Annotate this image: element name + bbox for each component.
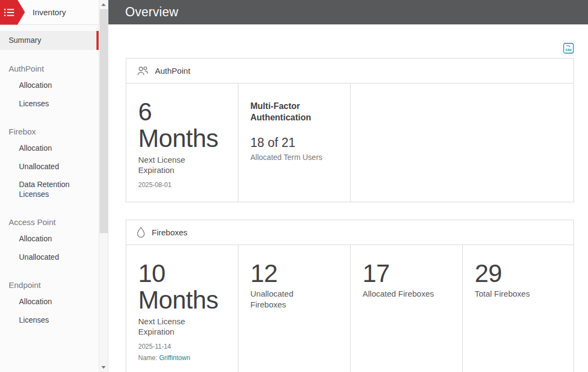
app-window: Inventory Summary AuthPoint Allocation L… — [0, 0, 588, 372]
sidebar-section-authpoint[interactable]: AuthPoint — [9, 64, 99, 73]
firebox-stat-unallocated: 12 Unallocated Fireboxes — [238, 245, 351, 372]
page-title: Overview — [125, 5, 178, 20]
firebox-stat-total: 29 Total Fireboxes — [463, 245, 573, 372]
sidebar-section-firebox[interactable]: Firebox — [9, 127, 99, 136]
mfa-allocation-count: 18 of 21 — [250, 136, 339, 150]
authpoint-empty-cell — [351, 84, 573, 202]
fireboxes-card-body: 10 Months Next License Expiration 2025-1… — [126, 245, 573, 372]
csv-export-icon: csv — [563, 43, 574, 54]
sidebar-item-endpoint-licenses[interactable]: Licenses — [0, 311, 99, 330]
stat-label: Allocated Fireboxes — [363, 288, 440, 299]
arrow-down-icon — [101, 366, 106, 369]
firebox-name-label: Name: — [138, 354, 157, 362]
inventory-menu-button[interactable] — [0, 0, 25, 25]
sidebar-item-accesspoint-unallocated[interactable]: Unallocated — [0, 248, 99, 267]
sidebar-title: Inventory — [33, 8, 66, 17]
card-title: Fireboxes — [152, 228, 188, 237]
sidebar-header: Inventory — [0, 0, 99, 25]
stat-value: 29 — [475, 260, 563, 286]
sidebar-section-endpoint[interactable]: Endpoint — [9, 280, 99, 290]
card-title: AuthPoint — [155, 66, 190, 75]
export-csv-button[interactable]: csv — [563, 43, 574, 55]
license-expiration-value: 10 Months — [138, 260, 227, 313]
license-expiration-caption: Next License Expiration — [138, 155, 204, 176]
sidebar-item-firebox-allocation[interactable]: Allocation — [0, 139, 99, 158]
license-expiration-value: 6 Months — [138, 99, 227, 152]
firebox-name-row: Name: Griffintown — [138, 354, 227, 362]
stat-label: Unallocated Fireboxes — [250, 288, 327, 310]
stat-value: 17 — [363, 260, 451, 286]
firebox-name-link[interactable]: Griffintown — [159, 354, 190, 362]
svg-text:csv: csv — [566, 48, 572, 52]
sidebar-item-authpoint-licenses[interactable]: Licenses — [0, 95, 99, 113]
scroll-up-button[interactable] — [99, 0, 108, 9]
content-area: csv AuthPoint 6 Months — [108, 24, 588, 372]
firebox-license-cell: 10 Months Next License Expiration 2025-1… — [126, 245, 238, 372]
page-header: Overview — [108, 0, 588, 24]
sidebar-nav: Summary AuthPoint Allocation Licenses Fi… — [0, 31, 99, 329]
users-icon — [136, 66, 149, 76]
firebox-droplet-icon — [136, 227, 146, 238]
main-area: Overview csv — [108, 0, 588, 372]
stat-label: Total Fireboxes — [475, 288, 552, 299]
authpoint-card-header: AuthPoint — [126, 59, 573, 84]
license-expiration-caption: Next License Expiration — [138, 317, 204, 337]
sidebar-item-authpoint-allocation[interactable]: Allocation — [0, 76, 99, 95]
mfa-heading: Multi-Factor Authentication — [250, 101, 337, 124]
stat-value: 12 — [250, 260, 339, 286]
sidebar-item-endpoint-allocation[interactable]: Allocation — [0, 293, 99, 311]
arrow-up-icon — [101, 3, 106, 6]
fireboxes-card-header: Fireboxes — [126, 220, 573, 245]
authpoint-card: AuthPoint 6 Months Next License Expirati… — [126, 58, 574, 202]
sidebar-scrollbar[interactable] — [99, 0, 108, 372]
summary-label: Summary — [9, 36, 41, 44]
sidebar-item-firebox-data-retention[interactable]: Data Retention Licenses — [0, 176, 99, 203]
firebox-stat-allocated: 17 Allocated Fireboxes — [351, 245, 463, 372]
license-expiration-date: 2025-08-01 — [138, 181, 227, 189]
sidebar-item-accesspoint-allocation[interactable]: Allocation — [0, 230, 99, 248]
authpoint-mfa-cell: Multi-Factor Authentication 18 of 21 All… — [238, 84, 351, 202]
fireboxes-card: Fireboxes 10 Months Next License Expirat… — [126, 220, 574, 372]
authpoint-card-body: 6 Months Next License Expiration 2025-08… — [126, 84, 573, 202]
sidebar: Inventory Summary AuthPoint Allocation L… — [0, 0, 108, 372]
mfa-caption: Allocated Term Users — [250, 153, 339, 162]
sidebar-item-summary[interactable]: Summary — [0, 31, 99, 50]
toolbar: csv — [126, 43, 574, 55]
license-expiration-date: 2025-11-14 — [138, 343, 227, 350]
sidebar-section-access-point[interactable]: Access Point — [9, 217, 99, 227]
authpoint-license-cell: 6 Months Next License Expiration 2025-08… — [126, 84, 238, 202]
scroll-down-button[interactable] — [99, 363, 108, 372]
sidebar-item-firebox-unallocated[interactable]: Unallocated — [0, 158, 99, 176]
scrollbar-thumb[interactable] — [100, 9, 108, 233]
list-menu-icon — [4, 8, 15, 17]
